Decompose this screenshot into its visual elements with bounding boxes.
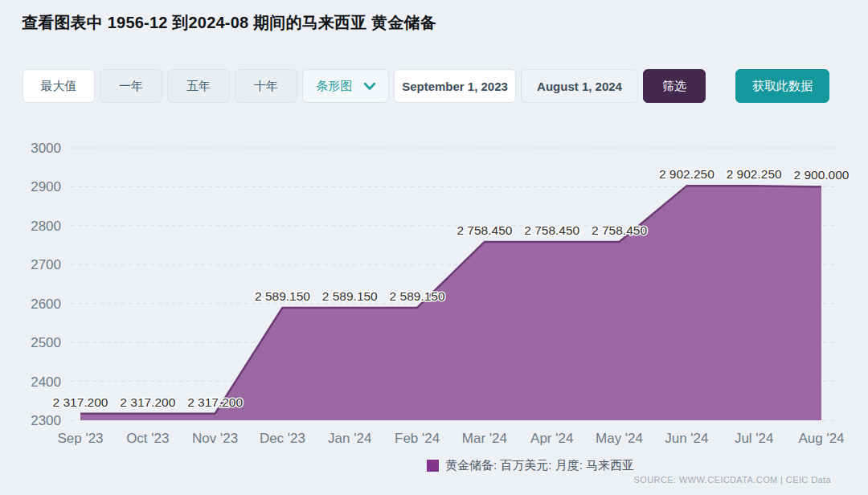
- svg-text:Apr '24: Apr '24: [530, 431, 573, 446]
- legend-label: 黄金储备: 百万美元: 月度: 马来西亚: [445, 458, 634, 473]
- get-data-button[interactable]: 获取此数据: [735, 69, 829, 103]
- svg-text:Aug '24: Aug '24: [798, 431, 844, 446]
- svg-text:2 589.150: 2 589.150: [322, 289, 378, 303]
- svg-text:Sep '23: Sep '23: [57, 431, 103, 446]
- svg-text:2 589.150: 2 589.150: [255, 289, 310, 303]
- svg-text:3000: 3000: [31, 141, 61, 156]
- range-button-1y[interactable]: 一年: [100, 69, 162, 103]
- gold-reserves-area-chart: 230024002500260027002800290030002 317.20…: [0, 129, 868, 450]
- svg-text:2 317.200: 2 317.200: [53, 395, 108, 409]
- svg-text:Oct '23: Oct '23: [126, 431, 169, 446]
- svg-text:2 902.250: 2 902.250: [659, 167, 714, 181]
- chevron-down-icon: [364, 83, 375, 90]
- svg-text:Jul '24: Jul '24: [735, 431, 774, 446]
- range-button-max[interactable]: 最大值: [23, 69, 95, 103]
- svg-text:2900: 2900: [31, 179, 61, 194]
- legend-swatch: [427, 460, 439, 472]
- chart-container: 230024002500260027002800290030002 317.20…: [0, 129, 868, 450]
- svg-text:2 758.450: 2 758.450: [457, 223, 512, 237]
- svg-text:2500: 2500: [31, 335, 61, 350]
- svg-text:Jun '24: Jun '24: [665, 431, 708, 446]
- svg-text:Feb '24: Feb '24: [395, 431, 440, 446]
- date-to-input[interactable]: August 1, 2024: [521, 69, 638, 103]
- range-button-10y[interactable]: 十年: [235, 69, 297, 103]
- svg-text:2 902.250: 2 902.250: [727, 167, 782, 181]
- svg-text:2 589.150: 2 589.150: [390, 289, 445, 303]
- svg-text:2300: 2300: [31, 413, 61, 428]
- svg-text:2800: 2800: [31, 219, 61, 234]
- chart-type-value: 条形图: [317, 79, 353, 94]
- svg-text:2 758.450: 2 758.450: [592, 223, 647, 237]
- svg-text:2700: 2700: [31, 257, 61, 272]
- svg-text:Mar '24: Mar '24: [462, 431, 507, 446]
- toolbar: 最大值 一年 五年 十年 条形图 September 1, 2023 Augus…: [23, 69, 829, 103]
- svg-text:Jan '24: Jan '24: [328, 431, 371, 446]
- svg-text:2 900.000: 2 900.000: [794, 168, 850, 182]
- svg-text:2 317.200: 2 317.200: [187, 395, 243, 409]
- page-title: 查看图表中 1956-12 到2024-08 期间的马来西亚 黄金储备: [22, 12, 436, 34]
- svg-text:2 317.200: 2 317.200: [120, 395, 175, 409]
- svg-text:Nov '23: Nov '23: [192, 431, 238, 446]
- date-from-input[interactable]: September 1, 2023: [394, 69, 516, 103]
- svg-text:2 758.450: 2 758.450: [524, 223, 579, 237]
- chart-type-select[interactable]: 条形图: [302, 69, 389, 103]
- source-text: SOURCE: WWW.CEICDATA.COM | CEIC Data: [634, 475, 831, 485]
- chart-legend: 黄金储备: 百万美元: 月度: 马来西亚: [193, 458, 868, 473]
- svg-text:2600: 2600: [31, 297, 61, 312]
- filter-button[interactable]: 筛选: [643, 69, 706, 103]
- range-button-5y[interactable]: 五年: [167, 69, 230, 103]
- svg-text:2400: 2400: [31, 374, 61, 390]
- svg-text:Dec '23: Dec '23: [260, 431, 305, 446]
- svg-text:May '24: May '24: [596, 431, 643, 446]
